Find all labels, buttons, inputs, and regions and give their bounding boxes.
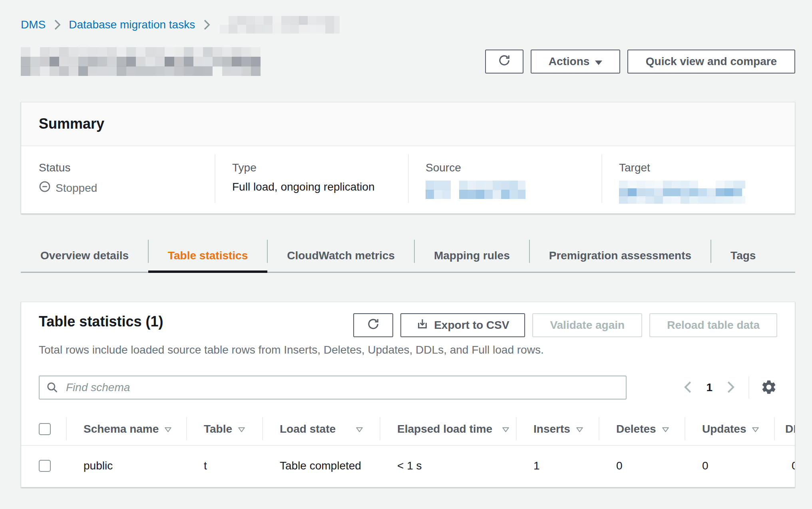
table-statistics-card: Table statistics (1) Export to (21, 302, 795, 487)
cell-schema-name: public (66, 446, 186, 486)
chevron-right-icon (53, 19, 62, 31)
export-to-csv-button[interactable]: Export to CSV (400, 313, 525, 337)
tab-label: Table statistics (168, 249, 248, 262)
table-toolbar: 1 (21, 376, 795, 400)
reload-table-data-button[interactable]: Reload table data (649, 313, 777, 337)
target-label: Target (619, 161, 795, 174)
column-label: Updates (702, 423, 746, 435)
summary-card-header: Summary (21, 102, 795, 146)
summary-type-field: Type Full load, ongoing replication (215, 146, 408, 213)
status-label: Status (39, 161, 215, 174)
row-checkbox[interactable] (39, 460, 51, 472)
pagination-divider (748, 376, 749, 399)
cell-ddls: 0 (774, 446, 795, 486)
cell-elapsed-load-time: < 1 s (380, 446, 516, 486)
cell-deletes: 0 (599, 446, 685, 486)
column-header-ddls[interactable]: DDLs (774, 413, 795, 445)
sort-icon (502, 423, 509, 435)
column-label: Schema name (84, 423, 159, 435)
chevron-left-icon (683, 380, 693, 395)
column-label: Deletes (616, 423, 656, 435)
sort-icon (662, 423, 669, 435)
breadcrumb: DMS Database migration tasks (21, 15, 340, 34)
column-header-updates[interactable]: Updates (685, 413, 774, 445)
cell-load-state: Table completed (262, 446, 380, 486)
tab-label: Mapping rules (434, 249, 510, 262)
tab-premigration-assessments[interactable]: Premigration assessments (529, 240, 711, 272)
sort-icon (164, 423, 172, 435)
header-actions: Actions Quick view and compare (485, 50, 795, 74)
table-statistics-buttons: Export to CSV Validate again Reload tabl… (353, 313, 777, 337)
cell-table: t (186, 446, 262, 486)
dms-task-page: DMS Database migration tasks Actions (0, 0, 812, 509)
breadcrumb-task-name-redacted (220, 16, 340, 34)
search-input[interactable] (39, 376, 627, 400)
reload-label: Reload table data (667, 319, 760, 332)
column-label: Elapsed load time (397, 423, 492, 435)
column-header-load-state[interactable]: Load state (262, 413, 380, 445)
type-value: Full load, ongoing replication (232, 181, 408, 193)
export-label: Export to CSV (434, 319, 509, 332)
summary-status-field: Status Stopped (21, 146, 215, 213)
cell-inserts: 1 (516, 446, 599, 486)
column-label: Load state (280, 423, 336, 435)
source-endpoint-redacted (426, 181, 525, 199)
actions-button-label: Actions (549, 55, 590, 68)
summary-title: Summary (39, 115, 104, 132)
column-header-elapsed-load-time[interactable]: Elapsed load time (380, 413, 516, 445)
table-preferences-button[interactable] (760, 379, 777, 397)
page-header: Actions Quick view and compare (21, 46, 795, 77)
previous-page-button[interactable] (681, 379, 695, 397)
type-label: Type (232, 161, 408, 174)
column-header-inserts[interactable]: Inserts (516, 413, 599, 445)
refresh-button[interactable] (485, 50, 523, 74)
breadcrumb-tasks-link[interactable]: Database migration tasks (69, 18, 195, 31)
summary-body: Status Stopped Type Full load, ongoing r… (21, 146, 795, 213)
column-header-schema-name[interactable]: Schema name (66, 413, 186, 445)
refresh-icon (367, 318, 380, 333)
next-page-button[interactable] (724, 379, 737, 397)
tab-label: Overview details (40, 249, 129, 262)
chevron-right-icon (725, 380, 736, 395)
quick-view-and-compare-button[interactable]: Quick view and compare (627, 50, 795, 74)
tab-overview-details[interactable]: Overview details (21, 240, 148, 272)
page-number[interactable]: 1 (705, 380, 714, 396)
column-label: Table (204, 423, 232, 435)
download-icon (416, 318, 428, 333)
validate-label: Validate again (550, 319, 625, 332)
tab-tags[interactable]: Tags (711, 240, 775, 272)
pagination: 1 (681, 376, 777, 399)
tab-cloudwatch-metrics[interactable]: CloudWatch metrics (267, 240, 414, 272)
tab-label: Premigration assessments (549, 249, 691, 262)
breadcrumb-dms-link[interactable]: DMS (21, 18, 46, 31)
actions-button[interactable]: Actions (531, 50, 620, 74)
status-text: Stopped (56, 182, 97, 195)
refresh-table-button[interactable] (353, 313, 393, 337)
gear-icon (760, 379, 777, 397)
column-label: Inserts (533, 423, 570, 435)
cell-updates: 0 (685, 446, 774, 486)
tab-mapping-rules[interactable]: Mapping rules (414, 240, 529, 272)
validate-again-button[interactable]: Validate again (532, 313, 642, 337)
sort-icon (356, 423, 363, 435)
source-label: Source (426, 161, 601, 174)
schema-search (39, 376, 627, 400)
table-statistics-header: Table statistics (1) Export to (21, 302, 795, 337)
column-header-deletes[interactable]: Deletes (599, 413, 685, 445)
sort-icon (238, 423, 245, 435)
summary-card: Summary Status Stopped Type Full load, o… (21, 102, 795, 214)
task-name-title-redacted (21, 47, 261, 76)
tab-table-statistics[interactable]: Table statistics (148, 240, 267, 272)
stopped-status-icon (39, 181, 51, 195)
caret-down-icon (595, 55, 602, 68)
table-row: public t Table completed < 1 s 1 0 0 0 (21, 446, 795, 486)
column-label: DDLs (785, 423, 795, 435)
summary-target-field: Target (601, 146, 795, 213)
target-endpoint-redacted (619, 181, 745, 204)
status-value: Stopped (39, 181, 215, 195)
column-header-table[interactable]: Table (186, 413, 262, 445)
table-header-row: Schema name Table Load state Elapsed loa… (21, 413, 795, 446)
select-all-checkbox[interactable] (39, 423, 51, 435)
sort-icon (752, 423, 759, 435)
chevron-right-icon (202, 19, 211, 31)
